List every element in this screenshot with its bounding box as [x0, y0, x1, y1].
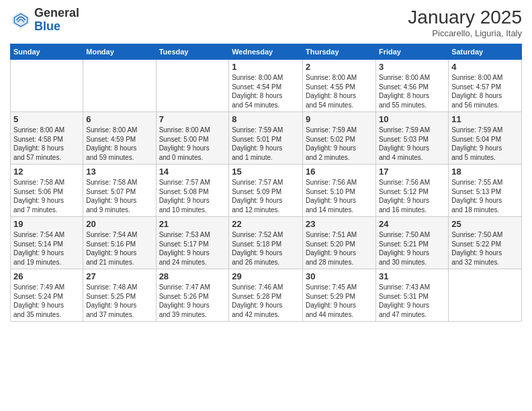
day-info: Sunrise: 7:49 AM Sunset: 5:24 PM Dayligh… [13, 283, 80, 319]
day-number: 24 [379, 219, 445, 229]
day-info: Sunrise: 7:59 AM Sunset: 5:03 PM Dayligh… [379, 126, 445, 162]
calendar-cell: 15Sunrise: 7:57 AM Sunset: 5:09 PM Dayli… [229, 165, 303, 217]
logo-text: General Blue [34, 7, 79, 34]
calendar-cell: 22Sunrise: 7:52 AM Sunset: 5:18 PM Dayli… [229, 217, 303, 269]
logo-icon [10, 9, 32, 31]
col-sunday: Sunday [11, 44, 83, 60]
day-info: Sunrise: 7:58 AM Sunset: 5:07 PM Dayligh… [86, 178, 152, 214]
day-info: Sunrise: 8:00 AM Sunset: 4:59 PM Dayligh… [86, 126, 152, 162]
calendar: Sunday Monday Tuesday Wednesday Thursday… [10, 44, 522, 322]
day-info: Sunrise: 7:50 AM Sunset: 5:21 PM Dayligh… [379, 230, 445, 267]
day-info: Sunrise: 7:46 AM Sunset: 5:28 PM Dayligh… [232, 283, 300, 319]
week-row-0: 1Sunrise: 8:00 AM Sunset: 4:54 PM Daylig… [11, 60, 522, 112]
day-number: 10 [379, 114, 445, 124]
day-info: Sunrise: 7:59 AM Sunset: 5:01 PM Dayligh… [232, 126, 300, 162]
calendar-cell: 1Sunrise: 8:00 AM Sunset: 4:54 PM Daylig… [229, 60, 303, 112]
day-number: 25 [451, 219, 519, 229]
day-number: 16 [306, 167, 373, 177]
day-info: Sunrise: 7:43 AM Sunset: 5:31 PM Dayligh… [379, 283, 445, 319]
day-number: 22 [232, 219, 300, 229]
day-number: 21 [159, 219, 226, 229]
calendar-cell: 4Sunrise: 8:00 AM Sunset: 4:57 PM Daylig… [449, 60, 522, 112]
day-info: Sunrise: 8:00 AM Sunset: 4:55 PM Dayligh… [306, 73, 373, 109]
day-info: Sunrise: 7:54 AM Sunset: 5:14 PM Dayligh… [13, 230, 80, 267]
day-number: 11 [451, 114, 519, 124]
day-info: Sunrise: 8:00 AM Sunset: 5:00 PM Dayligh… [159, 126, 226, 162]
day-number: 17 [379, 167, 445, 177]
day-number: 14 [159, 167, 226, 177]
calendar-cell: 12Sunrise: 7:58 AM Sunset: 5:06 PM Dayli… [11, 165, 83, 217]
day-info: Sunrise: 7:59 AM Sunset: 5:02 PM Dayligh… [306, 126, 373, 162]
days-of-week-row: Sunday Monday Tuesday Wednesday Thursday… [11, 44, 522, 60]
day-info: Sunrise: 7:59 AM Sunset: 5:04 PM Dayligh… [451, 126, 519, 162]
calendar-cell: 31Sunrise: 7:43 AM Sunset: 5:31 PM Dayli… [375, 269, 448, 322]
calendar-cell: 26Sunrise: 7:49 AM Sunset: 5:24 PM Dayli… [11, 269, 83, 322]
day-info: Sunrise: 7:57 AM Sunset: 5:08 PM Dayligh… [159, 178, 226, 214]
day-info: Sunrise: 7:45 AM Sunset: 5:29 PM Dayligh… [306, 283, 373, 319]
day-info: Sunrise: 7:54 AM Sunset: 5:16 PM Dayligh… [86, 230, 152, 267]
day-number: 13 [86, 167, 152, 177]
calendar-cell: 2Sunrise: 8:00 AM Sunset: 4:55 PM Daylig… [303, 60, 376, 112]
col-monday: Monday [83, 44, 156, 60]
day-number: 23 [306, 219, 373, 229]
day-info: Sunrise: 7:53 AM Sunset: 5:17 PM Dayligh… [159, 230, 226, 267]
day-number: 2 [306, 62, 373, 72]
day-number: 18 [451, 167, 519, 177]
day-number: 4 [451, 62, 519, 72]
day-info: Sunrise: 8:00 AM Sunset: 4:57 PM Dayligh… [451, 73, 519, 109]
day-info: Sunrise: 7:48 AM Sunset: 5:25 PM Dayligh… [86, 283, 152, 319]
week-row-4: 26Sunrise: 7:49 AM Sunset: 5:24 PM Dayli… [11, 269, 522, 322]
day-info: Sunrise: 7:56 AM Sunset: 5:12 PM Dayligh… [379, 178, 445, 214]
calendar-cell: 24Sunrise: 7:50 AM Sunset: 5:21 PM Dayli… [375, 217, 448, 269]
day-info: Sunrise: 7:47 AM Sunset: 5:26 PM Dayligh… [159, 283, 226, 319]
day-number: 31 [379, 271, 445, 281]
day-info: Sunrise: 7:55 AM Sunset: 5:13 PM Dayligh… [451, 178, 519, 214]
title-block: January 2025 Piccarello, Liguria, Italy [408, 7, 522, 38]
day-number: 8 [232, 114, 300, 124]
calendar-cell: 17Sunrise: 7:56 AM Sunset: 5:12 PM Dayli… [375, 165, 448, 217]
calendar-cell: 25Sunrise: 7:50 AM Sunset: 5:22 PM Dayli… [449, 217, 522, 269]
calendar-cell: 21Sunrise: 7:53 AM Sunset: 5:17 PM Dayli… [156, 217, 229, 269]
day-number: 28 [159, 271, 226, 281]
day-info: Sunrise: 7:52 AM Sunset: 5:18 PM Dayligh… [232, 230, 300, 267]
day-number: 6 [86, 114, 152, 124]
calendar-cell: 29Sunrise: 7:46 AM Sunset: 5:28 PM Dayli… [229, 269, 303, 322]
week-row-2: 12Sunrise: 7:58 AM Sunset: 5:06 PM Dayli… [11, 165, 522, 217]
calendar-cell: 7Sunrise: 8:00 AM Sunset: 5:00 PM Daylig… [156, 112, 229, 165]
col-saturday: Saturday [449, 44, 522, 60]
calendar-cell: 5Sunrise: 8:00 AM Sunset: 4:58 PM Daylig… [11, 112, 83, 165]
header: General Blue January 2025 Piccarello, Li… [10, 7, 522, 38]
calendar-cell: 10Sunrise: 7:59 AM Sunset: 5:03 PM Dayli… [375, 112, 448, 165]
week-row-1: 5Sunrise: 8:00 AM Sunset: 4:58 PM Daylig… [11, 112, 522, 165]
day-info: Sunrise: 7:58 AM Sunset: 5:06 PM Dayligh… [13, 178, 80, 214]
calendar-cell [83, 60, 156, 112]
calendar-cell: 13Sunrise: 7:58 AM Sunset: 5:07 PM Dayli… [83, 165, 156, 217]
day-number: 9 [306, 114, 373, 124]
day-info: Sunrise: 7:50 AM Sunset: 5:22 PM Dayligh… [451, 230, 519, 267]
calendar-cell: 18Sunrise: 7:55 AM Sunset: 5:13 PM Dayli… [449, 165, 522, 217]
day-number: 12 [13, 167, 80, 177]
col-tuesday: Tuesday [156, 44, 229, 60]
calendar-header: Sunday Monday Tuesday Wednesday Thursday… [11, 44, 522, 60]
day-number: 19 [13, 219, 80, 229]
logo: General Blue [10, 7, 79, 34]
calendar-cell: 30Sunrise: 7:45 AM Sunset: 5:29 PM Dayli… [303, 269, 376, 322]
week-row-3: 19Sunrise: 7:54 AM Sunset: 5:14 PM Dayli… [11, 217, 522, 269]
month-title: January 2025 [408, 7, 522, 28]
day-number: 30 [306, 271, 373, 281]
day-number: 5 [13, 114, 80, 124]
col-wednesday: Wednesday [229, 44, 303, 60]
page: General Blue January 2025 Piccarello, Li… [0, 0, 532, 411]
calendar-cell: 14Sunrise: 7:57 AM Sunset: 5:08 PM Dayli… [156, 165, 229, 217]
logo-blue: Blue [34, 19, 60, 33]
location: Piccarello, Liguria, Italy [408, 28, 522, 38]
day-number: 20 [86, 219, 152, 229]
calendar-cell: 11Sunrise: 7:59 AM Sunset: 5:04 PM Dayli… [449, 112, 522, 165]
calendar-body: 1Sunrise: 8:00 AM Sunset: 4:54 PM Daylig… [11, 60, 522, 322]
calendar-cell [156, 60, 229, 112]
calendar-cell: 9Sunrise: 7:59 AM Sunset: 5:02 PM Daylig… [303, 112, 376, 165]
calendar-cell: 19Sunrise: 7:54 AM Sunset: 5:14 PM Dayli… [11, 217, 83, 269]
day-info: Sunrise: 8:00 AM Sunset: 4:58 PM Dayligh… [13, 126, 80, 162]
calendar-cell [449, 269, 522, 322]
day-info: Sunrise: 7:57 AM Sunset: 5:09 PM Dayligh… [232, 178, 300, 214]
